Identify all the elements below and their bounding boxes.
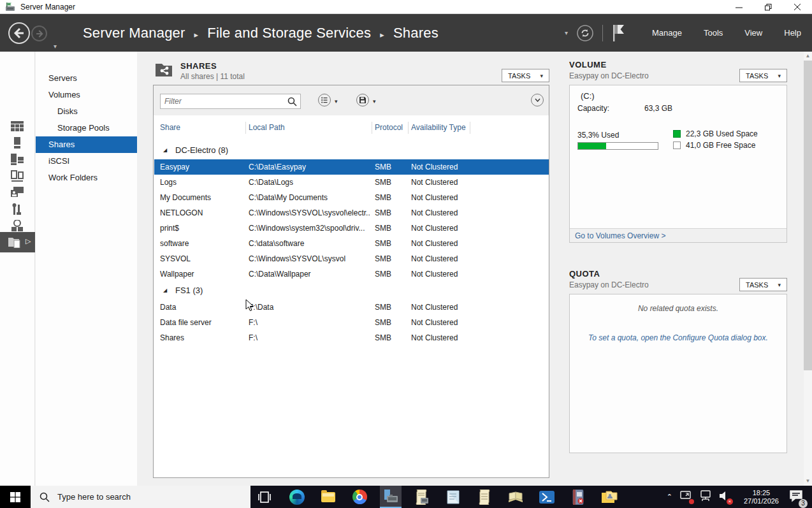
shares-tasks-button[interactable]: TASKS: [502, 69, 549, 82]
edge-icon[interactable]: [286, 486, 308, 508]
filter-criteria-caret-icon[interactable]: [335, 98, 338, 105]
task-view-icon[interactable]: [254, 486, 275, 508]
chrome-icon[interactable]: [349, 486, 370, 508]
search-icon[interactable]: [287, 97, 297, 106]
vertical-scrollbar[interactable]: ▲ ▼: [804, 52, 812, 486]
shares-panel-subtitle: All shares | 11 total: [180, 72, 245, 81]
breadcrumb-shares[interactable]: Shares: [393, 25, 439, 41]
tools-services-icon[interactable]: [9, 203, 25, 215]
breadcrumb-file-storage-services[interactable]: File and Storage Services: [207, 25, 371, 41]
shared-folder-icon[interactable]: [598, 486, 620, 508]
table-row[interactable]: softwareC:\data\softwareSMBNot Clustered: [154, 236, 549, 251]
book-icon[interactable]: [505, 486, 526, 508]
sidebar-item-work-folders[interactable]: Work Folders: [36, 170, 137, 186]
legend-used: 22,3 GB Used Space: [673, 129, 758, 138]
network-icon[interactable]: [699, 490, 712, 504]
server-manager-taskbar-icon[interactable]: [380, 486, 402, 508]
sidebar-item-shares[interactable]: Shares: [36, 136, 137, 153]
volume-muted-icon[interactable]: ×: [718, 490, 731, 504]
group-header[interactable]: FS1 (3): [154, 282, 549, 300]
table-row[interactable]: EasypayC:\Data\EasypaySMBNot Clustered: [154, 159, 549, 175]
sidebar-item-volumes[interactable]: Volumes: [36, 87, 137, 103]
go-to-volumes-link[interactable]: Go to Volumes Overview >: [575, 231, 665, 240]
notifications-flag-icon[interactable]: [612, 24, 626, 42]
script-icon[interactable]: [474, 486, 495, 508]
action-center-icon[interactable]: 3: [789, 490, 803, 505]
table-row[interactable]: SYSVOLC:\Windows\SYSVOL\sysvolSMBNot Clu…: [154, 251, 549, 266]
table-row[interactable]: WallpaperC:\Data\WallpaperSMBNot Cluster…: [154, 266, 549, 282]
menu-tools[interactable]: Tools: [693, 14, 734, 52]
powershell-ise-icon[interactable]: [411, 486, 433, 508]
quota-tasks-button[interactable]: TASKS: [739, 278, 787, 291]
cell-protocol: SMB: [375, 221, 407, 236]
taskbar: Type here to search ⌃ × 18:25 27/01/2026…: [0, 486, 812, 508]
column-header-protocol[interactable]: Protocol: [375, 123, 403, 132]
cell-path: C:\Data\My Documents: [249, 190, 370, 205]
cell-share: SYSVOL: [160, 251, 243, 266]
scrollbar-thumb[interactable]: [804, 61, 812, 370]
group-header[interactable]: DC-Electro (8): [154, 142, 549, 159]
ad-server-icon[interactable]: [9, 186, 25, 199]
tray-expand-icon[interactable]: ⌃: [667, 493, 672, 501]
filter-field[interactable]: [160, 94, 301, 109]
cell-protocol: SMB: [375, 330, 407, 345]
file-explorer-icon[interactable]: [317, 486, 339, 508]
expand-pane-arrow-icon[interactable]: ▷: [25, 237, 31, 245]
save-query-icon[interactable]: [356, 94, 369, 106]
cell-protocol: SMB: [375, 190, 407, 205]
back-button[interactable]: [8, 22, 30, 44]
minimize-button[interactable]: [724, 0, 753, 14]
table-row[interactable]: Data file serverF:\SMBNot Clustered: [154, 315, 549, 330]
cell-share: Easypay: [160, 159, 243, 175]
table-row[interactable]: DataF:\DataSMBNot Clustered: [154, 300, 549, 315]
history-dropdown-icon[interactable]: [54, 43, 57, 50]
powershell-icon[interactable]: [536, 486, 558, 508]
save-query-caret-icon[interactable]: [373, 98, 376, 105]
refresh-icon[interactable]: [577, 25, 593, 41]
table-row[interactable]: SharesF:\SMBNot Clustered: [154, 330, 549, 345]
cell-path: C:\Data\Wallpaper: [249, 266, 370, 282]
column-header-share[interactable]: Share: [160, 123, 180, 132]
breadcrumb-separator-icon: [194, 25, 199, 41]
filter-criteria-icon[interactable]: [318, 94, 331, 106]
sidebar-item-storage-pools[interactable]: Storage Pools: [36, 120, 137, 136]
restore-button[interactable]: [753, 0, 783, 14]
remote-session-icon[interactable]: [680, 490, 693, 504]
sidebar-item-iscsi[interactable]: iSCSI: [36, 153, 137, 170]
table-row[interactable]: NETLOGONC:\Windows\SYSVOL\sysvol\electr.…: [154, 205, 549, 221]
table-row[interactable]: print$C:\Windows\system32\spool\driv...S…: [154, 221, 549, 236]
volume-tasks-button[interactable]: TASKS: [739, 69, 787, 82]
cell-availability: Not Clustered: [411, 300, 539, 315]
breadcrumb-server-manager[interactable]: Server Manager: [83, 25, 185, 41]
taskbar-search[interactable]: Type here to search: [31, 486, 250, 508]
cell-protocol: SMB: [375, 175, 407, 190]
window-title: Server Manager: [20, 3, 75, 11]
collapse-panel-icon[interactable]: [531, 94, 544, 106]
sidebar-item-servers[interactable]: Servers: [36, 70, 137, 87]
file-services-icon[interactable]: [9, 170, 25, 182]
start-button[interactable]: [0, 486, 31, 508]
breadcrumb-dropdown-icon[interactable]: [565, 29, 568, 36]
tray-clock[interactable]: 18:25 27/01/2026: [744, 489, 779, 505]
table-row[interactable]: My DocumentsC:\Data\My DocumentsSMBNot C…: [154, 190, 549, 205]
menu-help[interactable]: Help: [773, 14, 812, 52]
menu-manage[interactable]: Manage: [641, 14, 693, 52]
web-server-icon[interactable]: [9, 219, 25, 232]
column-header-local-path[interactable]: Local Path: [249, 123, 285, 132]
quota-details-box: No related quota exists. To set a quota,…: [569, 294, 787, 453]
sidebar-item-disks[interactable]: Disks: [36, 103, 137, 120]
notepad-icon[interactable]: [442, 486, 464, 508]
column-header-availability[interactable]: Availability Type: [411, 123, 466, 132]
all-servers-icon[interactable]: [9, 153, 25, 166]
close-button[interactable]: [783, 0, 812, 14]
dashboard-icon[interactable]: [9, 120, 25, 133]
scroll-down-icon[interactable]: ▼: [804, 477, 812, 486]
address-book-error-icon[interactable]: [567, 486, 589, 508]
scroll-up-icon[interactable]: ▲: [804, 52, 812, 61]
group-label: DC-Electro (8): [175, 145, 228, 155]
menu-view[interactable]: View: [734, 14, 773, 52]
filter-input[interactable]: [161, 94, 282, 108]
forward-button[interactable]: [31, 25, 47, 41]
table-row[interactable]: LogsC:\Data\LogsSMBNot Clustered: [154, 175, 549, 190]
local-server-icon[interactable]: [9, 136, 25, 149]
